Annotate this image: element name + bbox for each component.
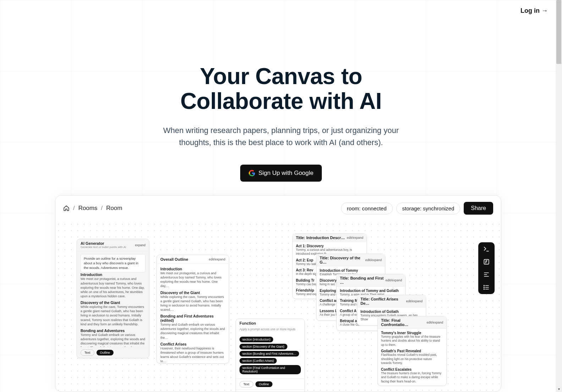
ai-prompt-text[interactable]: Provide an outline for a screenplay abou…	[81, 254, 145, 272]
section-text: While exploring the cave, Tommy encounte…	[160, 295, 225, 312]
final-card-act[interactable]: edit/expand	[426, 321, 443, 324]
section-heading: Act 1: Discovery	[296, 244, 363, 248]
terminal-tool-icon[interactable]	[483, 245, 490, 253]
outline-card-act[interactable]: edit/expand	[209, 258, 225, 261]
canvas-area[interactable]: AI Generator Generate text or bullet poi…	[55, 221, 501, 392]
preview-topbar: / Rooms / Room room: connected storage: …	[55, 195, 501, 221]
signup-google-label: Sign Up with Google	[259, 170, 314, 177]
section-heading: Introduction	[81, 272, 145, 277]
hero-subtitle: When writing research papers, planning t…	[153, 125, 409, 149]
section-text: Tommy and Goliath embark on various adve…	[81, 333, 145, 347]
func-outline-button[interactable]: Outline	[255, 381, 273, 387]
ai-card-expand[interactable]: expand	[135, 243, 145, 247]
section-heading: Bonding and First Adventures (edited)	[160, 314, 225, 322]
intro-card-act[interactable]: edit/expand	[347, 236, 363, 239]
func-text-button[interactable]: Text	[239, 381, 253, 387]
svg-point-1	[484, 285, 485, 286]
section-text: We meet our protagonist, a curious and a…	[81, 277, 145, 298]
discovery-card-act[interactable]: edit/expand	[365, 258, 382, 262]
section-chip[interactable]: section (Conflict Arises)	[239, 358, 277, 364]
svg-point-3	[484, 289, 485, 289]
ai-generator-card[interactable]: AI Generator Generate text or bullet poi…	[77, 239, 149, 358]
section-heading: Discovery of the Giant	[81, 300, 145, 305]
section-text: While exploring the cave, Tommy encounte…	[81, 305, 145, 326]
overall-outline-card[interactable]: Overall Outline edit/expand Introduction…	[156, 255, 229, 364]
breadcrumb-sep: /	[73, 205, 75, 212]
ai-outline-button[interactable]: Outline	[97, 350, 114, 355]
scrollbar-down-arrow-icon[interactable]: ▾	[556, 386, 562, 392]
section-chip[interactable]: section (Bonding and First Adventures…	[239, 351, 299, 357]
bonding-card-title: Title: Bonding and First …	[340, 276, 385, 285]
status-area: room: connected storage: synchronized Sh…	[341, 202, 493, 215]
intro-card-title: Title: Introduction Descr…	[296, 236, 345, 240]
section-heading: Introduction	[160, 267, 225, 271]
svg-point-2	[484, 287, 485, 288]
hero: Your Canvas to Collaborate with AI When …	[0, 0, 562, 182]
conflict-card-act[interactable]: edit/expand	[406, 299, 423, 303]
section-chip[interactable]: section (Discovery of the Giant)	[239, 344, 287, 349]
list-tool-icon[interactable]	[483, 283, 490, 291]
side-toolbar	[478, 242, 495, 294]
breadcrumb: / Rooms / Room	[63, 205, 122, 212]
breadcrumb-room[interactable]: Room	[106, 205, 122, 212]
final-card[interactable]: Title: Final Confrontatio…edit/expand To…	[378, 316, 447, 386]
section-text: We meet our protagonist, a curious and a…	[160, 271, 225, 288]
outline-card-title: Overall Outline	[160, 257, 188, 261]
login-link[interactable]: Log in →	[520, 7, 548, 15]
share-button[interactable]: Share	[464, 202, 493, 215]
ai-text-button[interactable]: Text	[81, 349, 94, 356]
hero-title-line2: Collaborate with AI	[180, 88, 382, 114]
breadcrumb-sep: /	[101, 205, 103, 212]
bonding-card-act[interactable]: edit/expand	[385, 278, 402, 282]
text-left-tool-icon[interactable]	[483, 271, 490, 278]
home-icon[interactable]	[63, 205, 70, 211]
hero-title-line1: Your Canvas to	[200, 64, 362, 89]
status-storage-pill: storage: synchronized	[396, 203, 461, 214]
hero-title: Your Canvas to Collaborate with AI	[0, 64, 562, 114]
topbar: Log in →	[0, 0, 562, 21]
section-chip[interactable]: section (Introduction)	[239, 337, 273, 342]
section-chip[interactable]: section (Final Confrontation and Resolut…	[239, 365, 301, 374]
section-text: Flashbacks reveal Goliath's troubled pas…	[381, 353, 443, 365]
google-icon	[249, 170, 255, 176]
discovery-card-title: Title: Discovery of the G…	[320, 256, 365, 264]
vertical-scrollbar[interactable]: ▾	[556, 0, 562, 392]
function-card-desc: Apply a prompt across one or more inputs	[236, 327, 304, 332]
function-card[interactable]: Function Apply a prompt across one or mo…	[236, 319, 305, 392]
status-room-pill: room: connected	[341, 203, 393, 214]
final-card-title: Title: Final Confrontatio…	[381, 318, 426, 327]
section-heading: Goliath's Past Revealed	[381, 349, 443, 353]
section-heading: Conflict Arises	[160, 342, 225, 346]
section-heading: Discovery of the Giant	[160, 291, 225, 295]
section-heading: Introduction of Goliath	[360, 310, 423, 314]
scrollbar-thumb[interactable]	[556, 0, 561, 64]
section-heading: Tommy's Inner Struggle	[381, 331, 443, 335]
section-text: The treasure hunters close in, forcing T…	[381, 371, 443, 383]
section-heading: Introduction of Tommy	[320, 269, 382, 272]
breadcrumb-rooms[interactable]: Rooms	[78, 205, 98, 212]
ai-card-subtitle: Generate text or bullet points with AI	[81, 245, 126, 249]
section-text: However, their newfound happiness is thr…	[160, 346, 225, 363]
section-text: Tommy grapples with his fear of the trea…	[381, 335, 443, 347]
signup-google-button[interactable]: Sign Up with Google	[240, 165, 322, 182]
section-text: Tommy and Goliath embark on various adve…	[160, 322, 225, 340]
section-heading: Introduction of Tommy and Goliath	[340, 289, 402, 293]
ai-card-title: AI Generator	[81, 241, 126, 245]
function-card-title: Function	[239, 321, 256, 325]
function-tool-icon[interactable]	[483, 258, 490, 266]
section-heading: Conflict Escalates	[381, 368, 443, 371]
conflict-card-title: Title: Conflict Arises De…	[360, 297, 406, 305]
section-heading: Bonding and Adventures	[81, 328, 145, 333]
preview-window: / Rooms / Room room: connected storage: …	[55, 195, 501, 392]
